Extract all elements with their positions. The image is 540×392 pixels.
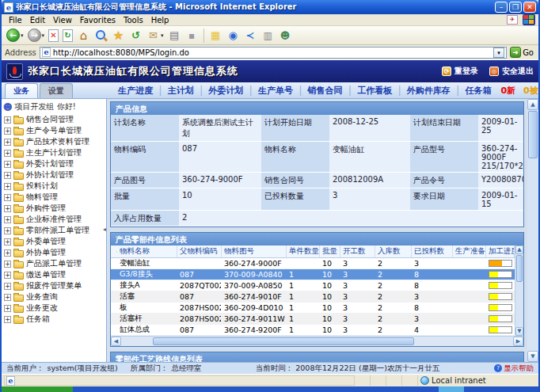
column-header[interactable]: 父物料编码: [177, 245, 222, 257]
scroll-left-icon[interactable]: ◀: [111, 337, 121, 346]
sidebar-item[interactable]: +销售合同管理: [2, 114, 106, 125]
nav-item-0[interactable]: 生产进度: [118, 85, 153, 97]
scroll-down-icon[interactable]: ▼: [515, 327, 523, 336]
sidebar-item[interactable]: +业务更改: [2, 303, 106, 314]
show-help-link[interactable]: ? 显示帮助: [494, 363, 534, 374]
table-row[interactable]: 活塞087360-274-9010F11032320 %: [111, 291, 515, 303]
title-bar[interactable]: e 张家口长城液压油缸有限公司管理信息系统 - Microsoft Intern…: [2, 0, 538, 14]
sidebar-item[interactable]: +缴送单管理: [2, 269, 106, 280]
sidebar-item[interactable]: +任务箱: [2, 314, 106, 325]
expand-icon[interactable]: +: [4, 150, 11, 157]
expand-icon[interactable]: +: [4, 216, 11, 223]
maximize-button[interactable]: [509, 2, 522, 13]
research-button[interactable]: ▥: [260, 27, 276, 44]
address-input[interactable]: e http://localhost:8080/MPS/login.do ▾: [40, 47, 507, 59]
windows-taskbar[interactable]: [2, 386, 538, 392]
menu-favorites[interactable]: Favorites: [76, 15, 120, 25]
menu-edit[interactable]: Edit: [26, 15, 49, 25]
column-header[interactable]: 加工进度: [486, 245, 515, 257]
expand-icon[interactable]: +: [4, 261, 11, 268]
nav-item-6[interactable]: 外购件库存: [407, 85, 451, 97]
back-button[interactable]: ←▾: [5, 27, 25, 44]
expand-icon[interactable]: +: [4, 183, 11, 190]
dropdown-arrow-icon[interactable]: ▾: [42, 32, 45, 39]
scrollbar-thumb[interactable]: [153, 337, 414, 345]
nav-item-2[interactable]: 外委计划: [208, 85, 243, 97]
sidebar-item[interactable]: +产品派工单管理: [2, 258, 106, 269]
parts-table-hscrollbar[interactable]: ◀ ▶: [111, 336, 523, 346]
edit-button[interactable]: ▪: [184, 27, 200, 44]
media-swoosh-button[interactable]: ≺: [242, 27, 259, 44]
expand-icon[interactable]: +: [4, 227, 11, 234]
column-header[interactable]: 已投料数: [412, 245, 453, 257]
sidebar-item[interactable]: +投料计划: [2, 181, 106, 192]
sidebar-item[interactable]: +产品技术资料管理: [2, 136, 106, 147]
scrollbar-thumb[interactable]: [516, 255, 523, 282]
messenger-globe-button[interactable]: ◉: [225, 27, 241, 44]
sidebar-item[interactable]: +外购件管理: [2, 203, 106, 214]
expand-icon[interactable]: +: [4, 316, 11, 323]
favorites-button[interactable]: ★: [110, 27, 127, 44]
table-row[interactable]: 板2087HS002360-209-4D01011032820 %: [111, 303, 515, 314]
nav-item-3[interactable]: 生产单号: [258, 85, 293, 97]
sidebar-item[interactable]: +外协单管理: [2, 247, 106, 258]
expand-icon[interactable]: +: [4, 161, 11, 168]
table-row[interactable]: 缸体总成087360-274-9200F11032419 %: [111, 325, 515, 336]
expand-icon[interactable]: +: [4, 194, 11, 201]
sidebar-item[interactable]: +生产令号单管理: [2, 125, 106, 136]
home-button[interactable]: ⌂: [75, 27, 92, 44]
column-header[interactable]: 入库数: [375, 245, 412, 257]
sidebar-item[interactable]: +报废件管理菜单: [2, 280, 106, 291]
expand-icon[interactable]: +: [4, 283, 11, 290]
notes-button[interactable]: ▦: [207, 27, 224, 44]
expand-icon[interactable]: +: [4, 116, 11, 124]
nav-item-5[interactable]: 工作看板: [357, 85, 392, 97]
scrollbar-thumb[interactable]: [528, 111, 538, 158]
column-header[interactable]: 物料图号: [222, 245, 287, 257]
table-row[interactable]: 接头A2087QT002370-009-A085011032820 %: [111, 280, 515, 291]
scroll-up-icon[interactable]: ▲: [515, 245, 523, 254]
address-url[interactable]: http://localhost:8080/MPS/login.do: [53, 48, 491, 57]
table-row[interactable]: 变幅油缸360-274-9000F1032329 %: [111, 258, 515, 269]
print-button[interactable]: ▤: [166, 27, 183, 44]
page-vscrollbar[interactable]: ▲ ▼: [527, 99, 538, 362]
tab-business[interactable]: 业务: [5, 83, 38, 98]
minimize-button[interactable]: [495, 2, 508, 13]
expand-icon[interactable]: +: [4, 139, 11, 146]
scroll-up-icon[interactable]: ▲: [527, 99, 538, 110]
nav-item-1[interactable]: 主计划: [168, 85, 194, 97]
sidebar-item[interactable]: +企业标准件管理: [2, 214, 106, 225]
column-header[interactable]: 物料名称: [117, 245, 177, 257]
menu-view[interactable]: View: [49, 15, 76, 25]
sidebar-item[interactable]: +物料管理: [2, 192, 106, 203]
sidebar-collapse-handle[interactable]: ◂: [103, 226, 106, 233]
expand-icon[interactable]: +: [4, 205, 11, 212]
search-button[interactable]: [93, 27, 109, 44]
stop-button[interactable]: ✕: [47, 27, 60, 44]
expand-icon[interactable]: +: [4, 249, 11, 257]
expand-icon[interactable]: +: [4, 305, 11, 312]
expand-icon[interactable]: +: [4, 294, 11, 301]
sidebar-item[interactable]: +外委单管理: [2, 236, 106, 247]
sidebar-item[interactable]: +零部件派工单管理: [2, 225, 106, 236]
column-header[interactable]: 批量: [320, 245, 340, 257]
nav-item-4[interactable]: 销售合同: [308, 85, 343, 97]
expand-icon[interactable]: +: [4, 272, 11, 279]
refresh-button[interactable]: ↻: [61, 27, 74, 44]
messenger-people-button[interactable]: ☻: [277, 27, 294, 44]
menu-help[interactable]: Help: [147, 15, 173, 25]
expand-icon[interactable]: +: [4, 172, 11, 179]
dropdown-arrow-icon[interactable]: ▾: [161, 32, 164, 39]
column-header[interactable]: 生产准备: [453, 245, 486, 257]
logout-button[interactable]: ◎ 安全退出: [489, 66, 534, 77]
go-button[interactable]: ➜ Go: [510, 47, 535, 58]
expand-icon[interactable]: +: [4, 238, 11, 245]
nav-item-7[interactable]: 任务箱: [465, 85, 491, 97]
address-dropdown-button[interactable]: ▾: [493, 48, 504, 58]
table-row[interactable]: 活塞杆2087HS002360-274-9011W11032320 %: [111, 314, 515, 325]
relogin-button[interactable]: ⟳ 重登录: [442, 66, 478, 77]
dropdown-arrow-icon[interactable]: ▾: [21, 32, 24, 39]
sidebar-item[interactable]: +业务查询: [2, 291, 106, 303]
mail-button[interactable]: ✉▾: [145, 27, 165, 44]
sidebar-item[interactable]: +外委计划管理: [2, 158, 106, 169]
